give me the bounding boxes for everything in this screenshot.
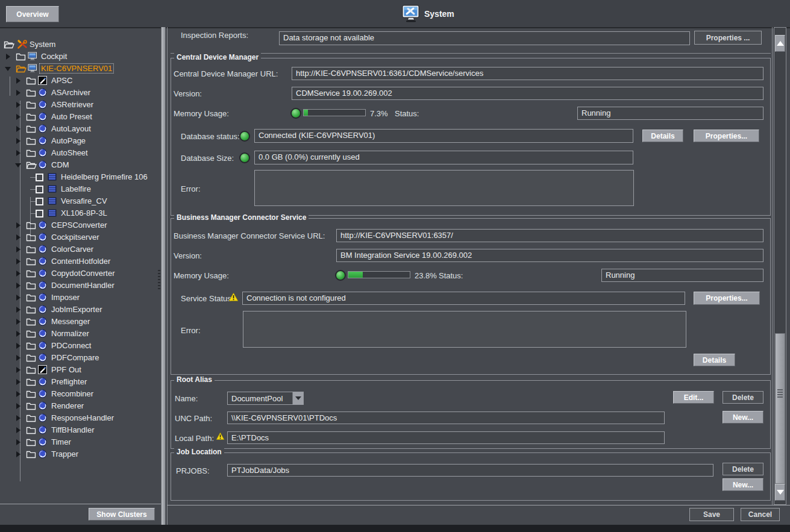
tree-item-recombiner[interactable]: Recombiner — [0, 388, 158, 400]
cdm-properties-button[interactable]: Properties... — [694, 130, 759, 142]
collapse-arrow-icon[interactable] — [5, 67, 11, 71]
tree-item-cockpit[interactable]: Cockpit — [0, 51, 158, 63]
expand-arrow-icon[interactable] — [16, 415, 20, 421]
cdm-error-textarea[interactable] — [254, 170, 634, 206]
expand-arrow-icon[interactable] — [16, 271, 20, 277]
expand-arrow-icon[interactable] — [16, 403, 20, 409]
expand-arrow-icon[interactable] — [16, 439, 20, 445]
expand-arrow-icon[interactable] — [16, 307, 20, 313]
tree-item-trapper[interactable]: Trapper — [0, 448, 158, 460]
tree-item-kie-c6vpnserv01[interactable]: KIE-C6VPNSERV01 — [0, 63, 158, 75]
splitter-grip[interactable] — [158, 270, 160, 289]
expand-arrow-icon[interactable] — [16, 427, 20, 433]
scroll-up-button[interactable] — [775, 35, 785, 52]
prjobs-field[interactable]: PTJobData/Jobs — [227, 464, 713, 477]
expand-arrow-icon[interactable] — [16, 379, 20, 385]
cdm-url-field[interactable]: http://KIE-C6VPNSERV01:6361/CDMService/s… — [292, 67, 763, 80]
tree-item-auto-preset[interactable]: Auto Preset — [0, 111, 158, 123]
cdm-status-field[interactable]: Running — [577, 107, 763, 120]
cancel-button[interactable]: Cancel — [741, 508, 780, 521]
sidebar-splitter[interactable] — [161, 27, 166, 525]
tree-item-versafire-cv[interactable]: Versafire_CV — [0, 195, 158, 207]
expand-arrow-icon[interactable] — [16, 319, 20, 325]
cdm-db-size-field[interactable]: 0.0 GB (0.0%) currently used — [254, 151, 633, 164]
tree-item-imposer[interactable]: Imposer — [0, 292, 158, 304]
cdm-db-status-field[interactable]: Connected (KIE-C6VPNSERV01) — [254, 129, 633, 143]
bm-properties-button[interactable]: Properties... — [694, 292, 760, 305]
tree-item-pdconnect[interactable]: PDConnect — [0, 340, 158, 352]
expand-arrow-icon[interactable] — [16, 222, 20, 228]
root-alias-name-select[interactable]: DocumentPool — [227, 392, 304, 405]
tree-item-colorcarver[interactable]: ColorCarver — [0, 243, 158, 255]
tree-item-ppf-out[interactable]: PPF Out — [0, 364, 158, 376]
root-alias-delete-button[interactable]: Delete — [723, 391, 763, 404]
scrollbar-thumb[interactable] — [775, 333, 785, 484]
expand-arrow-icon[interactable] — [16, 102, 20, 108]
bm-error-textarea[interactable] — [243, 311, 686, 348]
save-button[interactable]: Save — [689, 508, 734, 521]
tree-item-messenger[interactable]: Messenger — [0, 316, 158, 328]
device-checkbox[interactable] — [36, 186, 43, 193]
device-checkbox[interactable] — [36, 198, 43, 205]
device-checkbox[interactable] — [36, 210, 43, 217]
chevron-down-icon[interactable] — [292, 392, 303, 404]
tree-item-preflighter[interactable]: Preflighter — [0, 376, 158, 388]
show-clusters-button[interactable]: Show Clusters — [89, 508, 155, 521]
device-checkbox[interactable] — [36, 174, 43, 181]
root-alias-unc-field[interactable]: \\KIE-C6VPNSERV01\PTDocs — [227, 412, 665, 424]
tree-item-asarchiver[interactable]: ASArchiver — [0, 87, 158, 99]
bm-url-field[interactable]: http://KIE-C6VPNSERV01:6357/ — [336, 229, 763, 242]
tree-item-timer[interactable]: Timer — [0, 436, 158, 448]
job-location-new-button[interactable]: New... — [723, 478, 763, 491]
tree-item-responsehandler[interactable]: ResponseHandler — [0, 412, 158, 424]
tree-item-xl106-8p-3l[interactable]: XL106-8P-3L — [0, 207, 158, 219]
tree-item-heidelberg-primefire-106[interactable]: Heidelberg Primefire 106 — [0, 171, 158, 183]
expand-arrow-icon[interactable] — [16, 331, 20, 337]
tree-item-tiffbhandler[interactable]: TiffBHandler — [0, 424, 158, 436]
expand-arrow-icon[interactable] — [16, 126, 20, 132]
expand-arrow-icon[interactable] — [16, 150, 20, 156]
tree-item-autolayout[interactable]: AutoLayout — [0, 123, 158, 135]
expand-arrow-icon[interactable] — [16, 283, 20, 289]
tree-item-copydotconverter[interactable]: CopydotConverter — [0, 268, 158, 280]
tree-item-labelfire[interactable]: Labelfire — [0, 183, 158, 195]
expand-arrow-icon[interactable] — [16, 246, 20, 252]
cdm-version-field[interactable]: CDMService 19.00.269.002 — [292, 87, 763, 100]
root-alias-new-button[interactable]: New... — [723, 411, 763, 424]
expand-arrow-icon[interactable] — [6, 54, 10, 60]
tree-item-cepsconverter[interactable]: CEPSConverter — [0, 219, 158, 231]
tree-item-autosheet[interactable]: AutoSheet — [0, 147, 158, 159]
expand-arrow-icon[interactable] — [16, 78, 20, 84]
collapse-arrow-icon[interactable] — [15, 163, 21, 167]
expand-arrow-icon[interactable] — [16, 138, 20, 144]
expand-arrow-icon[interactable] — [16, 90, 20, 96]
bm-status-field[interactable]: Running — [601, 269, 763, 282]
expand-arrow-icon[interactable] — [16, 355, 20, 361]
root-alias-edit-button[interactable]: Edit... — [673, 391, 714, 404]
expand-arrow-icon[interactable] — [16, 114, 20, 120]
tree-item-documenthandler[interactable]: DocumentHandler — [0, 280, 158, 292]
tree-item-pdfcompare[interactable]: PDFCompare — [0, 352, 158, 364]
tree-item-contenthotfolder[interactable]: ContentHotfolder — [0, 255, 158, 268]
root-alias-local-field[interactable]: E:\PTDocs — [227, 431, 665, 444]
tree-item-normalizer[interactable]: Normalizer — [0, 328, 158, 340]
expand-arrow-icon[interactable] — [16, 258, 20, 264]
tree-item-asretriever[interactable]: ASRetriever — [0, 99, 158, 111]
expand-arrow-icon[interactable] — [16, 451, 20, 457]
overview-button[interactable]: Overview — [6, 6, 59, 22]
bm-service-status-field[interactable]: Connection is not configured — [242, 292, 685, 305]
bm-version-field[interactable]: BM Integration Service 19.00.269.002 — [336, 249, 763, 262]
scroll-down-button[interactable] — [775, 484, 785, 501]
tree-item-cdm[interactable]: CDM — [0, 159, 158, 171]
cdm-details-button[interactable]: Details — [642, 130, 683, 142]
tree-item-apsc[interactable]: APSC — [0, 75, 158, 87]
expand-arrow-icon[interactable] — [16, 295, 20, 301]
inspection-reports-field[interactable]: Data storage not available — [279, 31, 690, 45]
tree-item-system[interactable]: System — [0, 39, 158, 51]
inspection-properties-button[interactable]: Properties ... — [694, 31, 762, 45]
tree-item-renderer[interactable]: Renderer — [0, 400, 158, 412]
tree-item-jobimexporter[interactable]: JobImExporter — [0, 304, 158, 316]
tree-item-cockpitserver[interactable]: Cockpitserver — [0, 231, 158, 243]
expand-arrow-icon[interactable] — [16, 234, 20, 240]
bm-details-button[interactable]: Details — [694, 354, 735, 366]
